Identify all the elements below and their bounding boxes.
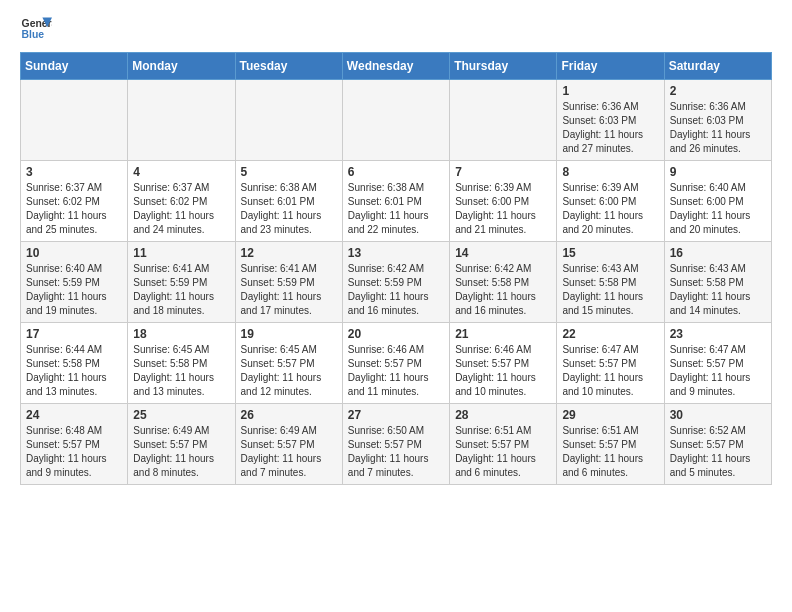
day-info: Sunrise: 6:40 AM Sunset: 5:59 PM Dayligh… xyxy=(26,262,122,318)
day-number: 21 xyxy=(455,327,551,341)
day-number: 12 xyxy=(241,246,337,260)
calendar-week-5: 24Sunrise: 6:48 AM Sunset: 5:57 PM Dayli… xyxy=(21,404,772,485)
day-number: 18 xyxy=(133,327,229,341)
day-number: 30 xyxy=(670,408,766,422)
calendar-cell: 25Sunrise: 6:49 AM Sunset: 5:57 PM Dayli… xyxy=(128,404,235,485)
calendar-cell: 10Sunrise: 6:40 AM Sunset: 5:59 PM Dayli… xyxy=(21,242,128,323)
calendar-container: SundayMondayTuesdayWednesdayThursdayFrid… xyxy=(0,52,792,501)
day-info: Sunrise: 6:51 AM Sunset: 5:57 PM Dayligh… xyxy=(455,424,551,480)
day-number: 9 xyxy=(670,165,766,179)
calendar-cell: 15Sunrise: 6:43 AM Sunset: 5:58 PM Dayli… xyxy=(557,242,664,323)
calendar-cell: 21Sunrise: 6:46 AM Sunset: 5:57 PM Dayli… xyxy=(450,323,557,404)
day-number: 20 xyxy=(348,327,444,341)
day-info: Sunrise: 6:36 AM Sunset: 6:03 PM Dayligh… xyxy=(562,100,658,156)
day-number: 8 xyxy=(562,165,658,179)
calendar-cell: 9Sunrise: 6:40 AM Sunset: 6:00 PM Daylig… xyxy=(664,161,771,242)
calendar-cell: 5Sunrise: 6:38 AM Sunset: 6:01 PM Daylig… xyxy=(235,161,342,242)
day-info: Sunrise: 6:44 AM Sunset: 5:58 PM Dayligh… xyxy=(26,343,122,399)
day-info: Sunrise: 6:38 AM Sunset: 6:01 PM Dayligh… xyxy=(348,181,444,237)
calendar-week-2: 3Sunrise: 6:37 AM Sunset: 6:02 PM Daylig… xyxy=(21,161,772,242)
calendar-cell xyxy=(450,80,557,161)
page-header: General Blue xyxy=(0,0,792,52)
calendar-cell: 28Sunrise: 6:51 AM Sunset: 5:57 PM Dayli… xyxy=(450,404,557,485)
calendar-week-4: 17Sunrise: 6:44 AM Sunset: 5:58 PM Dayli… xyxy=(21,323,772,404)
weekday-header-thursday: Thursday xyxy=(450,53,557,80)
day-info: Sunrise: 6:37 AM Sunset: 6:02 PM Dayligh… xyxy=(26,181,122,237)
day-info: Sunrise: 6:49 AM Sunset: 5:57 PM Dayligh… xyxy=(133,424,229,480)
calendar-cell: 2Sunrise: 6:36 AM Sunset: 6:03 PM Daylig… xyxy=(664,80,771,161)
day-number: 16 xyxy=(670,246,766,260)
day-info: Sunrise: 6:37 AM Sunset: 6:02 PM Dayligh… xyxy=(133,181,229,237)
calendar-cell: 14Sunrise: 6:42 AM Sunset: 5:58 PM Dayli… xyxy=(450,242,557,323)
day-number: 4 xyxy=(133,165,229,179)
day-number: 14 xyxy=(455,246,551,260)
weekday-header-saturday: Saturday xyxy=(664,53,771,80)
day-number: 13 xyxy=(348,246,444,260)
day-number: 25 xyxy=(133,408,229,422)
day-number: 24 xyxy=(26,408,122,422)
day-info: Sunrise: 6:47 AM Sunset: 5:57 PM Dayligh… xyxy=(670,343,766,399)
day-info: Sunrise: 6:43 AM Sunset: 5:58 PM Dayligh… xyxy=(670,262,766,318)
day-number: 28 xyxy=(455,408,551,422)
day-info: Sunrise: 6:46 AM Sunset: 5:57 PM Dayligh… xyxy=(348,343,444,399)
day-number: 23 xyxy=(670,327,766,341)
day-number: 15 xyxy=(562,246,658,260)
calendar-cell: 6Sunrise: 6:38 AM Sunset: 6:01 PM Daylig… xyxy=(342,161,449,242)
calendar-week-1: 1Sunrise: 6:36 AM Sunset: 6:03 PM Daylig… xyxy=(21,80,772,161)
day-info: Sunrise: 6:42 AM Sunset: 5:59 PM Dayligh… xyxy=(348,262,444,318)
day-info: Sunrise: 6:38 AM Sunset: 6:01 PM Dayligh… xyxy=(241,181,337,237)
calendar-cell xyxy=(342,80,449,161)
calendar-cell: 29Sunrise: 6:51 AM Sunset: 5:57 PM Dayli… xyxy=(557,404,664,485)
day-info: Sunrise: 6:45 AM Sunset: 5:58 PM Dayligh… xyxy=(133,343,229,399)
calendar-cell xyxy=(128,80,235,161)
calendar-cell: 1Sunrise: 6:36 AM Sunset: 6:03 PM Daylig… xyxy=(557,80,664,161)
day-number: 26 xyxy=(241,408,337,422)
day-number: 7 xyxy=(455,165,551,179)
day-number: 19 xyxy=(241,327,337,341)
day-info: Sunrise: 6:48 AM Sunset: 5:57 PM Dayligh… xyxy=(26,424,122,480)
day-info: Sunrise: 6:41 AM Sunset: 5:59 PM Dayligh… xyxy=(241,262,337,318)
calendar-cell: 16Sunrise: 6:43 AM Sunset: 5:58 PM Dayli… xyxy=(664,242,771,323)
day-number: 29 xyxy=(562,408,658,422)
calendar-cell: 30Sunrise: 6:52 AM Sunset: 5:57 PM Dayli… xyxy=(664,404,771,485)
day-info: Sunrise: 6:50 AM Sunset: 5:57 PM Dayligh… xyxy=(348,424,444,480)
calendar-cell: 18Sunrise: 6:45 AM Sunset: 5:58 PM Dayli… xyxy=(128,323,235,404)
day-info: Sunrise: 6:39 AM Sunset: 6:00 PM Dayligh… xyxy=(455,181,551,237)
calendar-cell: 19Sunrise: 6:45 AM Sunset: 5:57 PM Dayli… xyxy=(235,323,342,404)
weekday-header-wednesday: Wednesday xyxy=(342,53,449,80)
calendar-cell: 24Sunrise: 6:48 AM Sunset: 5:57 PM Dayli… xyxy=(21,404,128,485)
calendar-cell: 22Sunrise: 6:47 AM Sunset: 5:57 PM Dayli… xyxy=(557,323,664,404)
day-number: 6 xyxy=(348,165,444,179)
day-number: 5 xyxy=(241,165,337,179)
calendar-cell: 17Sunrise: 6:44 AM Sunset: 5:58 PM Dayli… xyxy=(21,323,128,404)
day-info: Sunrise: 6:41 AM Sunset: 5:59 PM Dayligh… xyxy=(133,262,229,318)
calendar-cell: 23Sunrise: 6:47 AM Sunset: 5:57 PM Dayli… xyxy=(664,323,771,404)
calendar-cell: 8Sunrise: 6:39 AM Sunset: 6:00 PM Daylig… xyxy=(557,161,664,242)
calendar-header: SundayMondayTuesdayWednesdayThursdayFrid… xyxy=(21,53,772,80)
calendar-cell: 27Sunrise: 6:50 AM Sunset: 5:57 PM Dayli… xyxy=(342,404,449,485)
calendar-cell: 11Sunrise: 6:41 AM Sunset: 5:59 PM Dayli… xyxy=(128,242,235,323)
weekday-header-tuesday: Tuesday xyxy=(235,53,342,80)
calendar-cell: 20Sunrise: 6:46 AM Sunset: 5:57 PM Dayli… xyxy=(342,323,449,404)
weekday-header-monday: Monday xyxy=(128,53,235,80)
day-number: 2 xyxy=(670,84,766,98)
day-info: Sunrise: 6:40 AM Sunset: 6:00 PM Dayligh… xyxy=(670,181,766,237)
calendar-table: SundayMondayTuesdayWednesdayThursdayFrid… xyxy=(20,52,772,485)
calendar-cell: 26Sunrise: 6:49 AM Sunset: 5:57 PM Dayli… xyxy=(235,404,342,485)
calendar-week-3: 10Sunrise: 6:40 AM Sunset: 5:59 PM Dayli… xyxy=(21,242,772,323)
weekday-header-friday: Friday xyxy=(557,53,664,80)
calendar-cell: 13Sunrise: 6:42 AM Sunset: 5:59 PM Dayli… xyxy=(342,242,449,323)
day-number: 22 xyxy=(562,327,658,341)
day-info: Sunrise: 6:51 AM Sunset: 5:57 PM Dayligh… xyxy=(562,424,658,480)
day-number: 1 xyxy=(562,84,658,98)
day-info: Sunrise: 6:46 AM Sunset: 5:57 PM Dayligh… xyxy=(455,343,551,399)
day-number: 11 xyxy=(133,246,229,260)
logo: General Blue xyxy=(20,16,52,44)
calendar-cell: 12Sunrise: 6:41 AM Sunset: 5:59 PM Dayli… xyxy=(235,242,342,323)
calendar-cell: 3Sunrise: 6:37 AM Sunset: 6:02 PM Daylig… xyxy=(21,161,128,242)
day-info: Sunrise: 6:36 AM Sunset: 6:03 PM Dayligh… xyxy=(670,100,766,156)
svg-text:Blue: Blue xyxy=(22,29,45,40)
logo-icon: General Blue xyxy=(20,16,52,44)
weekday-header-sunday: Sunday xyxy=(21,53,128,80)
calendar-cell xyxy=(235,80,342,161)
